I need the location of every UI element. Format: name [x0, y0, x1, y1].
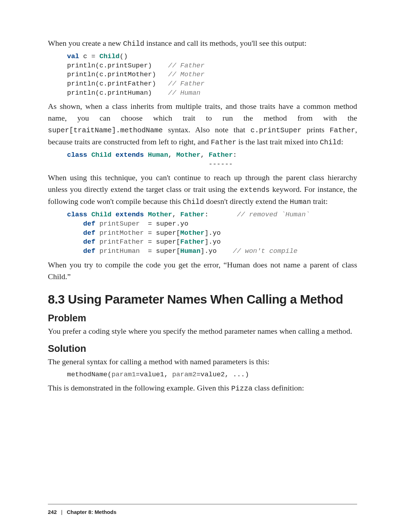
- subheading-problem: Problem: [48, 313, 357, 324]
- type: Human: [148, 151, 168, 159]
- keyword: class: [67, 211, 87, 218]
- text: This is demonstrated in the following ex…: [48, 383, 231, 392]
- comment: // removed `Human`: [237, 211, 310, 218]
- keyword: class: [67, 151, 87, 159]
- type: Father: [180, 238, 204, 246]
- code-inline: c.printSuper: [250, 126, 301, 134]
- code-inline: Father: [211, 138, 236, 146]
- identifier: param1: [111, 371, 135, 378]
- comment: // Father: [168, 80, 205, 88]
- code-text: ,: [168, 151, 176, 159]
- text: :: [341, 137, 343, 146]
- type: Child: [91, 211, 111, 218]
- code-block-named-params: methodName(param1=value1, param2=value2,…: [67, 370, 357, 379]
- code-text: [111, 211, 115, 218]
- code-text: =value2, ...): [196, 371, 249, 378]
- code-text: [95, 220, 99, 228]
- code-inline: extends: [240, 186, 270, 194]
- page-number: 242: [48, 509, 57, 515]
- code-text: methodName(: [67, 371, 111, 378]
- paragraph-pizza-intro: This is demonstrated in the following ex…: [48, 382, 357, 394]
- paragraph-hierarchy: When using this technique, you can't con…: [48, 172, 357, 207]
- code-text: [95, 238, 99, 246]
- code-text: [67, 229, 83, 237]
- code-text: ].yo: [205, 238, 221, 246]
- code-block-output: val c = Child() println(c.printSuper) //…: [67, 52, 357, 98]
- footer-separator: |: [61, 509, 62, 515]
- code-text: println(c.printFather): [67, 80, 168, 88]
- text: syntax. Also note that: [163, 125, 250, 134]
- comment: // won't compile: [233, 247, 298, 255]
- code-inline: super[traitName].methodName: [48, 126, 163, 134]
- code-text: ].yo: [205, 229, 221, 237]
- keyword: val: [67, 52, 79, 60]
- text: When you try to compile the code you get…: [48, 260, 357, 281]
- identifier: printHuman: [99, 247, 140, 255]
- text: As shown, when a class inherits from mul…: [48, 102, 357, 122]
- code-inline: Child: [320, 138, 341, 146]
- text: class definition:: [253, 383, 304, 392]
- type: Human: [180, 247, 200, 255]
- paragraph-intro-output: When you create a new Child instance and…: [48, 37, 357, 49]
- code-text: [67, 220, 83, 228]
- keyword: def: [83, 220, 95, 228]
- page-footer: 242 | Chapter 8: Methods: [48, 509, 116, 515]
- paragraph-problem: You prefer a coding style where you spec…: [48, 325, 357, 337]
- paragraph-explain-super: As shown, when a class inherits from mul…: [48, 100, 357, 148]
- code-text: c =: [79, 52, 99, 60]
- paragraph-solution-intro: The general syntax for calling a method …: [48, 356, 357, 367]
- code-text: =value1,: [136, 371, 172, 378]
- code-text: [144, 211, 148, 218]
- code-text: = super[: [140, 247, 180, 255]
- keyword: extends: [116, 211, 144, 218]
- text: prints: [301, 125, 329, 134]
- keyword: extends: [116, 151, 144, 159]
- code-inline: Child: [123, 40, 144, 48]
- identifier: param2: [172, 371, 196, 378]
- code-block-wont-compile: class Child extends Mother, Father: // r…: [67, 210, 357, 256]
- code-text: [87, 211, 91, 218]
- type: Mother: [148, 211, 172, 218]
- comment: // Father: [168, 62, 205, 70]
- comment: // Mother: [168, 71, 205, 78]
- code-block-child-extends: class Child extends Human, Mother, Fathe…: [67, 151, 357, 169]
- text: instance and call its methods, you'll se…: [144, 39, 306, 48]
- footer-divider: [48, 504, 357, 504]
- type: Child: [99, 52, 120, 60]
- type: Child: [91, 151, 111, 159]
- code-text: [95, 229, 99, 237]
- code-inline: Human: [290, 198, 311, 206]
- text: trait:: [311, 197, 328, 206]
- paragraph-compile-error: When you try to compile the code you get…: [48, 259, 357, 282]
- type: Father: [209, 151, 233, 159]
- identifier: printFather: [99, 238, 144, 246]
- code-inline: Child: [183, 198, 204, 206]
- code-text: println(c.printSuper): [67, 62, 168, 70]
- code-text: :: [233, 151, 237, 159]
- keyword: def: [83, 247, 95, 255]
- comment: // Human: [168, 89, 200, 97]
- text: You prefer a coding style where you spec…: [48, 327, 352, 336]
- code-text: ].yo: [200, 247, 233, 255]
- code-text: println(c.printMother): [67, 71, 168, 78]
- text: When you create a new: [48, 39, 123, 48]
- code-inline: Father: [329, 126, 355, 134]
- code-text: ,: [172, 211, 181, 218]
- keyword: def: [83, 238, 95, 246]
- code-text: [95, 247, 99, 255]
- text: The general syntax for calling a method …: [48, 357, 270, 366]
- code-text: [67, 247, 83, 255]
- code-text: [87, 151, 91, 159]
- code-text: println(c.printHuman): [67, 89, 168, 97]
- type: Mother: [176, 151, 200, 159]
- code-text: [111, 151, 115, 159]
- page-container: When you create a new Child instance and…: [0, 0, 405, 532]
- code-text: [67, 238, 83, 246]
- subheading-solution: Solution: [48, 343, 357, 354]
- text: doesn't directly extend the: [204, 197, 290, 206]
- code-text: (): [120, 52, 128, 60]
- code-text: ------: [67, 160, 233, 168]
- code-text: = super.yo: [140, 220, 188, 228]
- code-text: = super[: [144, 238, 181, 246]
- code-text: [144, 151, 148, 159]
